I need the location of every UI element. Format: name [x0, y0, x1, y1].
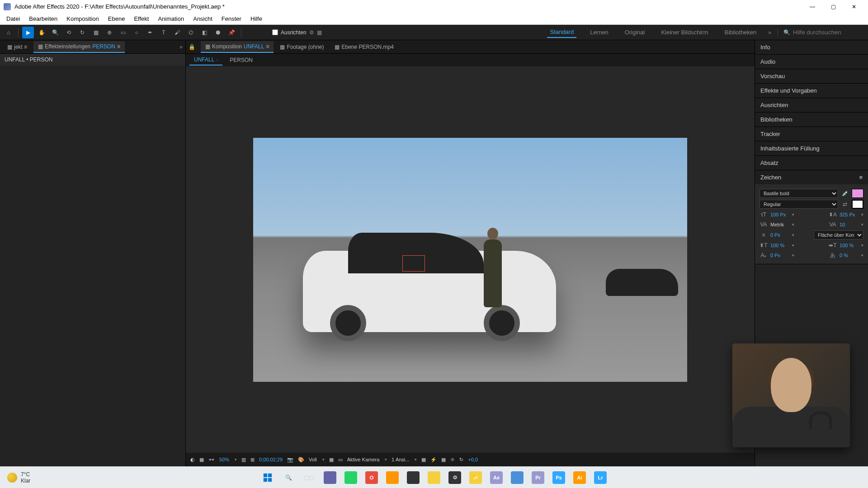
panel-header-effekte-und-vorgaben[interactable]: Effekte und Vorgaben	[755, 84, 868, 98]
panel-lock-icon[interactable]: 🔒	[189, 44, 195, 50]
timeline-icon[interactable]: ▦	[441, 457, 446, 463]
stroke-width-value[interactable]: 0 Px	[770, 232, 788, 238]
vscale-value[interactable]: 100 %	[770, 243, 788, 248]
eyedropper-icon[interactable]: 💉	[841, 189, 849, 197]
menu-effekt[interactable]: Effekt	[129, 14, 153, 24]
panel-menu-icon[interactable]: ≡	[859, 174, 863, 181]
stroke-swap-icon[interactable]: ⇄	[841, 200, 849, 208]
taskbar-app-4[interactable]	[404, 469, 422, 487]
taskbar-app-6[interactable]: ⊙	[446, 469, 464, 487]
selection-tool[interactable]: ▶	[22, 27, 34, 38]
tsume-value[interactable]: 0 %	[840, 253, 858, 258]
exposure-value[interactable]: +0,0	[468, 457, 478, 462]
hscale-value[interactable]: 100 %	[840, 243, 858, 248]
workspace-kleiner-bildschirm[interactable]: Kleiner Bildschirm	[658, 27, 711, 38]
zoom-dropdown[interactable]: 50%	[219, 457, 229, 462]
minimize-button[interactable]: ―	[802, 0, 823, 13]
stroke-color-swatch[interactable]	[852, 200, 863, 209]
orbit-tool[interactable]: ⟲	[63, 27, 75, 38]
taskbar-app-11[interactable]: Ps	[550, 469, 568, 487]
home-icon[interactable]: ⌂	[3, 27, 14, 38]
taskbar-app-12[interactable]: Ai	[571, 469, 589, 487]
ellipse-tool[interactable]: ○	[131, 27, 142, 38]
close-button[interactable]: ✕	[844, 0, 864, 13]
pen-tool[interactable]: ✒	[144, 27, 156, 38]
kerning-value[interactable]: Metrik	[770, 222, 788, 227]
panel-header-inhaltsbasierte-füllung[interactable]: Inhaltsbasierte Füllung	[755, 141, 868, 155]
left-tab[interactable]: ▦ jekt ≡	[3, 42, 32, 52]
baseline-value[interactable]: 0 Px	[770, 253, 788, 258]
roi-icon[interactable]: ▭	[338, 457, 343, 463]
type-tool[interactable]: T	[158, 27, 170, 38]
pan-behind-tool[interactable]: ⊕	[104, 27, 115, 38]
taskbar-app-3[interactable]	[383, 469, 401, 487]
comp-nav-person[interactable]: PERSON	[225, 55, 257, 65]
panel-header-audio[interactable]: Audio	[755, 55, 868, 69]
workspace-overflow-icon[interactable]: »	[768, 29, 771, 36]
panel-header-info[interactable]: Info	[755, 40, 868, 54]
alpha-icon[interactable]: ◐	[190, 457, 195, 463]
hand-tool[interactable]: ✋	[36, 27, 47, 38]
fast-preview-icon[interactable]: ⚡	[430, 457, 437, 463]
panel-header-ausrichten[interactable]: Ausrichten	[755, 98, 868, 112]
panel-header-vorschau[interactable]: Vorschau	[755, 69, 868, 83]
font-family-select[interactable]: Bastile bold	[760, 189, 838, 198]
pixel-ar-icon[interactable]: ▦	[421, 457, 426, 463]
menu-ebene[interactable]: Ebene	[104, 14, 130, 24]
channel-icon[interactable]: ▦	[199, 457, 204, 463]
comp-panel-tab[interactable]: ▦ Komposition UNFALL ≡	[201, 41, 274, 53]
tracker-region[interactable]	[402, 255, 425, 272]
menu-ansicht[interactable]: Ansicht	[189, 14, 217, 24]
mask-icon[interactable]: 👓	[208, 457, 215, 463]
menu-fenster[interactable]: Fenster	[217, 14, 246, 24]
puppet-tool[interactable]: 📌	[226, 27, 237, 38]
rect-tool[interactable]: ▭	[117, 27, 129, 38]
taskbar-app-5[interactable]	[425, 469, 443, 487]
menu-hilfe[interactable]: Hilfe	[246, 14, 267, 24]
composition-viewer[interactable]	[186, 66, 755, 453]
guide-icon[interactable]: ⊞	[250, 457, 255, 463]
workspace-standard[interactable]: Standard	[547, 27, 576, 38]
taskbar-app-9[interactable]	[508, 469, 526, 487]
search-button[interactable]: 🔍	[279, 469, 297, 487]
roto-tool[interactable]: ⬢	[212, 27, 224, 38]
snap-grid-icon[interactable]: ▦	[317, 29, 322, 36]
grid-icon[interactable]: ▥	[241, 457, 246, 463]
taskbar-app-0[interactable]	[321, 469, 339, 487]
eraser-tool[interactable]: ◧	[198, 27, 210, 38]
views-dropdown[interactable]: 1 Ansi...	[392, 457, 409, 462]
workspace-original[interactable]: Original	[622, 27, 648, 38]
color-icon[interactable]: 🎨	[298, 457, 304, 463]
panel-header-absatz[interactable]: Absatz	[755, 156, 868, 170]
viewer-timecode[interactable]: 0;00;02;29	[259, 457, 283, 462]
snap-checkbox[interactable]	[272, 29, 278, 35]
camera-dropdown[interactable]: Aktive Kamera	[347, 457, 380, 462]
fill-color-swatch[interactable]	[852, 189, 863, 198]
font-style-select[interactable]: Regular	[760, 200, 838, 209]
camera-tool[interactable]: ▦	[90, 27, 102, 38]
workspace-lernen[interactable]: Lernen	[587, 27, 611, 38]
left-tab[interactable]: ▦ Effekteinstellungen PERSON ≡	[33, 41, 125, 53]
panel-header-bibliotheken[interactable]: Bibliotheken	[755, 113, 868, 127]
menu-datei[interactable]: Datei	[2, 14, 24, 24]
start-button[interactable]	[259, 469, 277, 487]
taskbar-app-7[interactable]: 📁	[467, 469, 485, 487]
snap-options-icon[interactable]: ⚙	[309, 29, 314, 36]
weather-widget[interactable]: 7°C Klar	[7, 471, 30, 484]
clone-tool[interactable]: ⌬	[185, 27, 197, 38]
snapshot-icon[interactable]: 📷	[287, 457, 293, 463]
brush-tool[interactable]: 🖌	[171, 27, 183, 38]
zoom-tool[interactable]: 🔍	[49, 27, 61, 38]
taskbar-app-2[interactable]: O	[363, 469, 381, 487]
rotate-tool[interactable]: ↻	[76, 27, 88, 38]
panel-overflow-icon[interactable]: »	[179, 44, 183, 50]
transparency-icon[interactable]: ▦	[329, 457, 334, 463]
taskview-button[interactable]: ▢▢	[300, 469, 318, 487]
help-search-input[interactable]	[793, 29, 865, 36]
taskbar-app-8[interactable]: Ae	[487, 469, 505, 487]
workspace-bibliotheken[interactable]: Bibliotheken	[722, 27, 759, 38]
flowchart-icon[interactable]: ⚛	[450, 457, 455, 463]
tracking-value[interactable]: 10	[840, 222, 858, 227]
menu-komposition[interactable]: Komposition	[62, 14, 104, 24]
leading-value[interactable]: 325 Px	[840, 212, 858, 217]
